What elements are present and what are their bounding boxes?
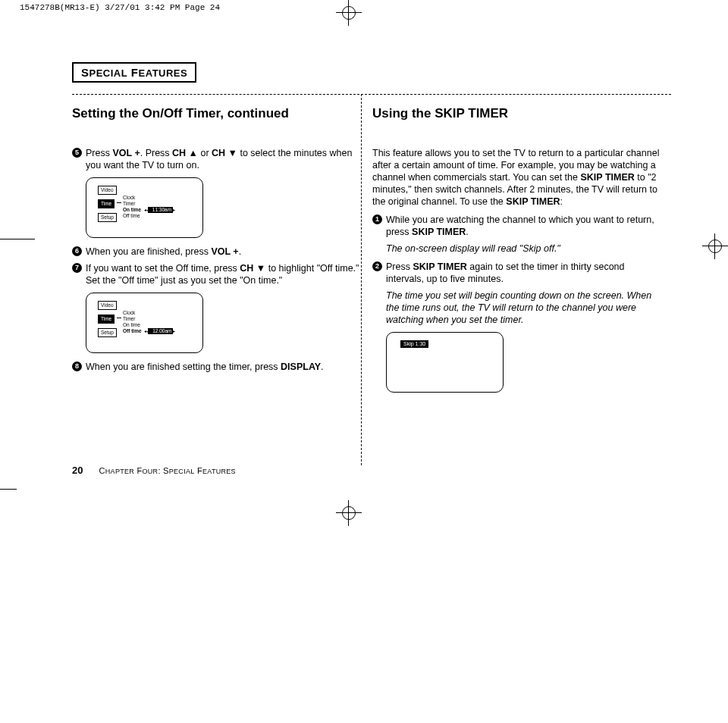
step-number: 8: [72, 362, 82, 371]
chapter-label: CHAPTER FOUR: SPECIAL FEATURES: [99, 466, 236, 475]
osd-menu-on-time: On time ◂11:30am▸: [123, 207, 175, 213]
crop-mark: [0, 489, 17, 490]
step-number: 7: [72, 263, 82, 273]
osd-menu-timer: Timer: [123, 316, 175, 322]
step-7: 7 If you want to set the Off time, press…: [72, 262, 360, 286]
skip-step-2: 2 Press SKIP TIMER again to set the time…: [372, 261, 661, 285]
page-footer: 20 CHAPTER FOUR: SPECIAL FEATURES: [72, 465, 236, 476]
step-number: 2: [372, 261, 382, 271]
step-number: 5: [72, 148, 82, 158]
osd-menu-timer: Timer: [123, 201, 175, 207]
registration-mark-bottom: [336, 500, 362, 526]
step-5: 5 Press VOL +. Press CH ▲ or CH ▼ to sel…: [72, 147, 360, 171]
right-column: Using the SKIP TIMER This feature allows…: [372, 106, 661, 400]
column-divider: [361, 94, 362, 465]
skip-step-1: 1 While you are watching the channel to …: [372, 214, 661, 238]
step-8: 8 When you are finished setting the time…: [72, 361, 360, 373]
osd-tab-video: Video: [98, 186, 117, 195]
osd-tab-video: Video: [98, 301, 117, 310]
osd-menu: Clock Timer On time ◂11:30am▸ Off time: [123, 195, 175, 219]
osd-tab-time: Time: [98, 199, 115, 208]
osd-tab-time: Time: [98, 315, 115, 324]
skip-pill: Skip 1:30: [400, 340, 428, 348]
osd-skip-timer: Skip 1:30: [386, 332, 504, 393]
left-heading: Setting the On/Off Timer, continued: [72, 106, 360, 121]
skip-step-1-note: The on-screen display will read "Skip of…: [372, 243, 661, 255]
step-number: 1: [372, 214, 382, 224]
manual-page: SPECIAL FEATURES Setting the On/Off Time…: [52, 21, 690, 484]
skip-intro: This feature allows you to set the TV to…: [372, 147, 661, 208]
print-slug: 1547278B(MR13-E) 3/27/01 3:42 PM Page 24: [20, 3, 220, 12]
section-header: SPECIAL FEATURES: [72, 62, 196, 83]
left-column: Setting the On/Off Timer, continued 5 Pr…: [72, 106, 360, 377]
divider: [72, 94, 671, 95]
osd-menu-clock: Clock: [123, 195, 175, 201]
osd-menu-off-time: Off time: [123, 213, 175, 219]
osd-off-time: Video Time Setup Clock Timer On time Off…: [86, 293, 203, 353]
right-heading: Using the SKIP TIMER: [372, 106, 661, 121]
osd-menu-on-time: On time: [123, 322, 175, 328]
step-number: 6: [72, 246, 82, 256]
osd-menu-clock: Clock: [123, 310, 175, 316]
osd-menu: Clock Timer On time Off time ◂12:00am▸: [123, 310, 175, 334]
skip-step-2-note: The time you set will begin counting dow…: [372, 290, 661, 326]
osd-menu-off-time: Off time ◂12:00am▸: [123, 328, 175, 334]
step-6: 6 When you are finished, press VOL +.: [72, 246, 360, 258]
osd-tab-setup: Setup: [98, 328, 117, 337]
registration-mark-right: [702, 233, 728, 259]
osd-on-time: Video Time Setup Clock Timer On time ◂11…: [86, 177, 203, 238]
page-number: 20: [72, 465, 83, 476]
osd-tab-setup: Setup: [98, 213, 117, 222]
crop-mark: [0, 239, 35, 239]
